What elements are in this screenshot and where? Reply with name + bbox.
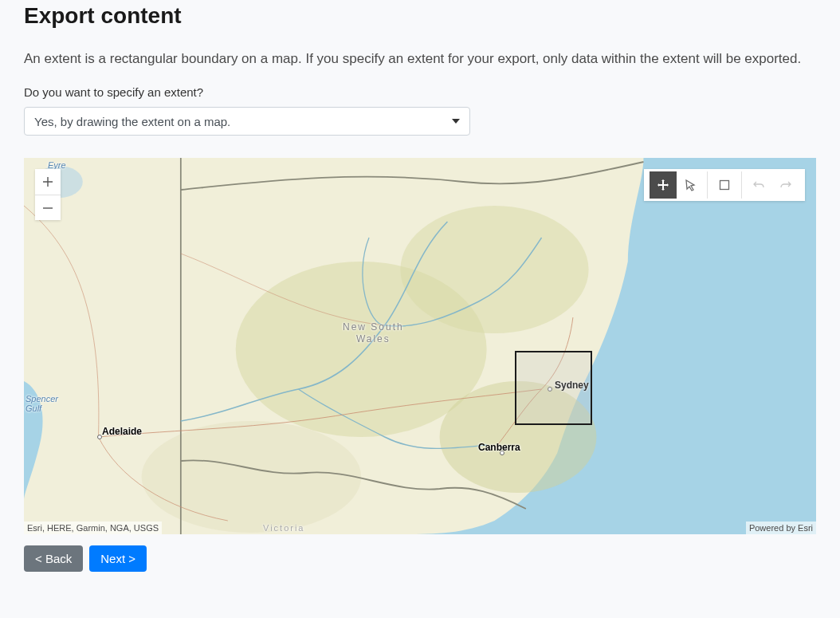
- svg-point-4: [142, 421, 362, 533]
- attribution-sources: Esri, HERE, Garmin, NGA, USGS: [24, 522, 162, 534]
- select-tool-button[interactable]: [677, 171, 704, 199]
- undo-icon: [752, 179, 765, 191]
- pan-tool-button[interactable]: [650, 171, 677, 199]
- attribution-powered-by: Powered by Esri: [746, 522, 816, 534]
- rectangle-tool-button[interactable]: [711, 171, 738, 199]
- cursor-icon: [684, 179, 697, 191]
- next-button[interactable]: Next >: [89, 545, 147, 572]
- basemap: [24, 158, 816, 534]
- move-icon: [657, 179, 669, 191]
- map-view[interactable]: New SouthWales Sydney Canberra Adelaide …: [24, 158, 816, 534]
- redo-button[interactable]: [772, 171, 799, 199]
- svg-point-2: [400, 206, 588, 333]
- svg-rect-7: [720, 181, 729, 190]
- rectangle-icon: [718, 179, 731, 191]
- page-description: An extent is a rectangular boundary on a…: [24, 48, 816, 69]
- sketch-toolbar: [644, 169, 805, 201]
- undo-button[interactable]: [745, 171, 772, 199]
- zoom-controls: [35, 169, 61, 220]
- minus-icon: [42, 203, 53, 214]
- zoom-out-button[interactable]: [35, 195, 61, 220]
- wizard-nav: < Back Next >: [24, 545, 816, 572]
- plus-icon: [42, 176, 53, 187]
- svg-point-3: [440, 381, 597, 493]
- page-title: Export content: [24, 0, 816, 29]
- back-button[interactable]: < Back: [24, 545, 83, 572]
- zoom-in-button[interactable]: [35, 169, 61, 195]
- extent-question-label: Do you want to specify an extent?: [24, 85, 816, 99]
- extent-mode-select[interactable]: Yes, by drawing the extent on a map.: [24, 107, 470, 136]
- redo-icon: [779, 179, 792, 191]
